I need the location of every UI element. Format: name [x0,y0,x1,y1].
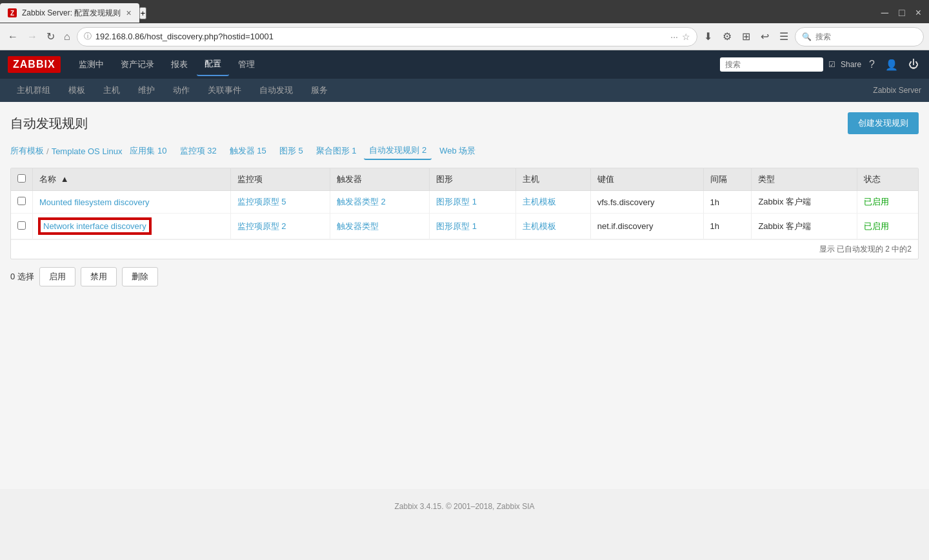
row1-checkbox[interactable] [17,197,26,205]
col-name[interactable]: 名称 ▲ [33,168,231,191]
tab-monitors[interactable]: 监控项 32 [175,143,222,159]
header-right: ☑ Share ? 👤 ⏻ [720,56,921,74]
subnav-autodiscovery[interactable]: 自动发现 [250,79,302,101]
row2-trigger-link[interactable]: 触发器类型 [337,221,379,231]
sort-arrow-name: ▲ [61,174,69,184]
back-btn[interactable]: ← [5,28,21,45]
nav-item-admin[interactable]: 管理 [230,54,263,75]
row1-host-link[interactable]: 主机模板 [523,197,556,206]
browser-search-input[interactable] [815,32,917,41]
col-key: 键值 [590,168,703,191]
enable-btn[interactable]: 启用 [39,267,75,286]
col-monitoring: 监控项 [230,168,330,191]
home-btn[interactable]: ⌂ [61,28,73,45]
disable-btn[interactable]: 禁用 [81,267,117,286]
nav-item-monitoring[interactable]: 监测中 [71,54,112,75]
zabbix-logo: ZABBIX [8,56,61,73]
help-icon[interactable]: ? [866,56,877,73]
col-trigger: 触发器 [330,168,429,191]
more-btn[interactable]: ··· [670,32,678,42]
row1-checkbox-cell[interactable] [11,191,33,214]
tab-favicon: Z [8,8,17,17]
tab-triggers[interactable]: 触发器 15 [225,143,272,159]
breadcrumb-all-templates[interactable]: 所有模板 [10,145,44,157]
col-interval: 间隔 [703,168,752,191]
tab-close-btn[interactable]: × [126,8,131,18]
row1-trigger-link[interactable]: 触发器类型 2 [337,197,386,206]
share-checkbox-icon: ☑ [828,60,835,69]
download-icon[interactable]: ⬇ [701,28,715,45]
delete-btn[interactable]: 删除 [122,267,158,286]
extensions-icon[interactable]: ⚙ [720,28,734,45]
zabbix-header: ZABBIX 监测中 资产记录 报表 配置 管理 ☑ Share ? 👤 ⏻ [0,50,929,79]
forward-btn[interactable]: → [25,28,40,45]
power-icon[interactable]: ⏻ [906,56,921,73]
row2-checkbox[interactable] [17,221,26,230]
subnav-hostgroups[interactable]: 主机群组 [8,79,59,101]
row2-graph: 图形原型 1 [430,214,515,239]
maximize-btn[interactable]: □ [896,5,908,21]
browser-nav: ← → ↻ ⌂ ⓘ 192.168.0.86/host_discovery.ph… [0,23,929,50]
menu-icon[interactable]: ☰ [777,28,791,45]
subnav-templates[interactable]: 模板 [59,79,94,101]
subnav-actions[interactable]: 动作 [164,79,199,101]
tab-appsets[interactable]: 应用集 10 [125,143,172,159]
tab-graphs[interactable]: 图形 5 [274,143,308,159]
page-content: 自动发现规则 创建发现规则 所有模板 / Template OS Linux 应… [0,102,929,489]
row1-name: Mounted filesystem discovery [33,191,231,214]
tab-webscenarios[interactable]: Web 场景 [434,143,481,159]
minimize-btn[interactable]: ─ [879,5,891,21]
table-row: Mounted filesystem discovery 监控项原型 5 触发器… [11,191,918,214]
subnav-maintenance[interactable]: 维护 [129,79,164,101]
header-search-input[interactable] [720,57,823,72]
tab-autodiscovery[interactable]: 自动发现规则 2 [364,142,432,160]
subnav-services[interactable]: 服务 [302,79,337,101]
main-nav: 监测中 资产记录 报表 配置 管理 [71,53,721,76]
row2-checkbox-cell[interactable] [11,214,33,239]
account-icon[interactable]: ↩ [758,28,772,45]
row1-monitoring-link[interactable]: 监控项原型 5 [237,197,286,206]
select-all-header[interactable] [11,168,33,191]
bookmark-icon[interactable]: ☆ [682,32,690,42]
row1-status-badge[interactable]: 已启用 [864,197,889,206]
row2-status-badge[interactable]: 已启用 [864,221,889,231]
subnav-hosts[interactable]: 主机 [94,79,129,101]
row1-graph: 图形原型 1 [430,191,515,214]
row2-monitoring-link[interactable]: 监控项原型 2 [237,221,286,231]
refresh-btn[interactable]: ↻ [44,28,57,45]
row2-host-link[interactable]: 主机模板 [523,221,556,231]
footer-text: Zabbix 3.4.15. © 2001–2018, Zabbix SIA [395,502,535,511]
tab-screenboards[interactable]: 聚合图形 1 [311,143,362,159]
row2-name-link[interactable]: Network interface discovery [39,219,150,234]
new-tab-btn[interactable]: + [139,7,147,19]
row2-interval: 1h [703,214,752,239]
row2-name: Network interface discovery [33,214,231,239]
nav-item-assets[interactable]: 资产记录 [113,54,162,75]
share-label[interactable]: Share [841,60,861,69]
select-all-checkbox[interactable] [17,174,26,183]
nav-item-reports[interactable]: 报表 [163,54,195,75]
row1-trigger: 触发器类型 2 [330,191,429,214]
active-tab[interactable]: Z Zabbix Server: 配置发现规则 × [0,3,139,23]
breadcrumb-bar: 所有模板 / Template OS Linux 应用集 10 监控项 32 触… [10,142,919,160]
row2-graph-link[interactable]: 图形原型 1 [436,221,477,231]
browser-search-box[interactable]: 🔍 [795,27,924,46]
user-icon[interactable]: 👤 [883,56,901,74]
col-type: 类型 [752,168,857,191]
bottom-bar: 0 选择 启用 禁用 删除 [10,267,919,286]
row1-name-link[interactable]: Mounted filesystem discovery [39,197,150,207]
apps-icon[interactable]: ⊞ [739,28,753,45]
create-rule-btn[interactable]: 创建发现规则 [848,112,919,134]
address-bar[interactable]: ⓘ 192.168.0.86/host_discovery.php?hostid… [77,27,697,46]
col-host: 主机 [515,168,590,191]
row1-graph-link[interactable]: 图形原型 1 [436,197,477,206]
row1-status: 已启用 [857,191,918,214]
row1-host: 主机模板 [515,191,590,214]
breadcrumb-template-name[interactable]: Template OS Linux [52,146,123,156]
breadcrumb-sep: / [46,146,49,156]
nav-item-config[interactable]: 配置 [197,53,229,76]
row1-key: vfs.fs.discovery [590,191,703,214]
row1-monitoring: 监控项原型 5 [230,191,330,214]
subnav-correlations[interactable]: 关联事件 [199,79,250,101]
close-window-btn[interactable]: × [913,5,924,21]
